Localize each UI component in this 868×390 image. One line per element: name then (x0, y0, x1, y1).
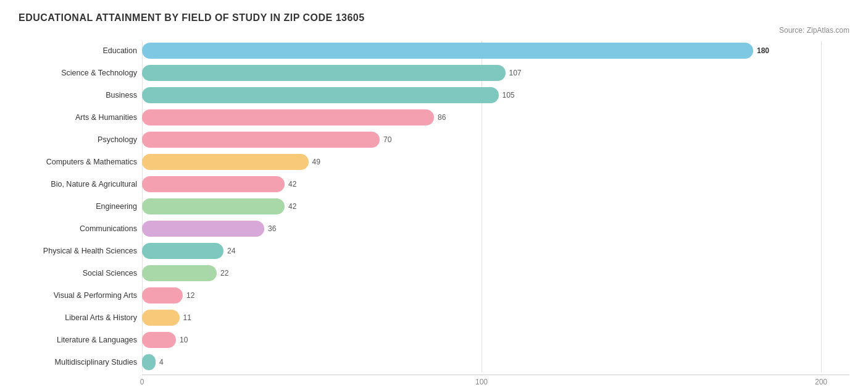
bar-row: Computers & Mathematics49 (19, 152, 849, 172)
bar-label: Literature & Languages (19, 336, 142, 344)
bar (142, 87, 499, 103)
bar (142, 109, 434, 125)
x-axis-tick: 0 (140, 378, 144, 386)
bar-value-label: 10 (180, 336, 188, 344)
bar-value-label: 105 (503, 91, 515, 100)
bar-container: 42 (142, 176, 849, 192)
source-label: Source: ZipAtlas.com (19, 26, 849, 35)
bar-label: Liberal Arts & History (19, 313, 142, 322)
bar-label: Education (19, 46, 142, 55)
bar (142, 176, 285, 192)
bar-value-label: 107 (509, 69, 522, 77)
bar-row: Business105 (19, 85, 849, 105)
bar-value-label: 49 (312, 158, 320, 166)
bar-label: Bio, Nature & Agricultural (19, 180, 142, 189)
x-axis-tick: 200 (815, 378, 827, 386)
bar-value-label: 24 (227, 247, 235, 255)
bar-label: Communications (19, 224, 142, 233)
bar-label: Social Sciences (19, 269, 142, 278)
bar-value-label: 4 (159, 358, 164, 367)
bar-value-label: 11 (183, 313, 191, 322)
bar (142, 198, 285, 214)
bar-label: Science & Technology (19, 69, 142, 77)
bar-container: 70 (142, 132, 849, 148)
bar (142, 243, 223, 259)
bar-label: Physical & Health Sciences (19, 247, 142, 255)
bar-container: 22 (142, 265, 849, 281)
bar (142, 265, 217, 281)
bar-container: 24 (142, 243, 849, 259)
bar-row: Social Sciences22 (19, 263, 849, 283)
bar-value-label: 70 (383, 135, 391, 144)
bar-container: 4 (142, 354, 849, 370)
bar (142, 287, 183, 303)
bar (142, 221, 264, 237)
bar-row: Arts & Humanities86 (19, 108, 849, 127)
bar (142, 354, 156, 370)
bar-container: 49 (142, 154, 849, 170)
bar-row: Bio, Nature & Agricultural42 (19, 174, 849, 194)
bar-container: 11 (142, 310, 849, 326)
bar-value-label: 22 (220, 269, 228, 278)
bar-row: Literature & Languages10 (19, 330, 849, 350)
bar-row: Liberal Arts & History11 (19, 308, 849, 328)
bar-value-label: 36 (268, 224, 276, 233)
bar-container: 12 (142, 287, 849, 303)
bar-row: Physical & Health Sciences24 (19, 241, 849, 261)
chart-wrapper: EDUCATIONAL ATTAINMENT BY FIELD OF STUDY… (19, 12, 849, 389)
bar-label: Psychology (19, 135, 142, 144)
bar (142, 132, 380, 148)
bar (142, 65, 506, 81)
bar-container: 105 (142, 87, 849, 103)
x-axis-tick: 100 (475, 378, 488, 386)
bar-label: Visual & Performing Arts (19, 291, 142, 300)
bar-row: Communications36 (19, 219, 849, 239)
bar-value-label: 42 (288, 202, 296, 211)
bar (142, 332, 176, 348)
bar-container: 180 (142, 43, 849, 59)
bar (142, 43, 753, 59)
bar-container: 10 (142, 332, 849, 348)
bar-value-label: 12 (186, 291, 194, 300)
bar-label: Business (19, 91, 142, 100)
bar-row: Education180 (19, 41, 849, 61)
bar-label: Multidisciplinary Studies (19, 358, 142, 367)
bar-label: Computers & Mathematics (19, 158, 142, 166)
bar-container: 107 (142, 65, 849, 81)
bar-row: Science & Technology107 (19, 63, 849, 83)
chart-title: EDUCATIONAL ATTAINMENT BY FIELD OF STUDY… (19, 12, 849, 23)
bar-row: Engineering42 (19, 197, 849, 216)
chart-area: Education180Science & Technology107Busin… (19, 41, 849, 389)
bar-container: 86 (142, 109, 849, 125)
bar-label: Engineering (19, 202, 142, 211)
bar (142, 154, 309, 170)
bar-row: Psychology70 (19, 130, 849, 150)
bar-container: 42 (142, 198, 849, 214)
bar-value-label: 86 (438, 113, 446, 122)
bar-row: Visual & Performing Arts12 (19, 286, 849, 305)
x-axis: 0100200 (142, 375, 849, 389)
bar-value-label: 180 (757, 46, 769, 55)
bars-container: Education180Science & Technology107Busin… (19, 41, 849, 372)
bar-value-label: 42 (288, 180, 296, 189)
bar-label: Arts & Humanities (19, 113, 142, 122)
bar (142, 310, 180, 326)
bar-container: 36 (142, 221, 849, 237)
bar-row: Multidisciplinary Studies4 (19, 352, 849, 372)
